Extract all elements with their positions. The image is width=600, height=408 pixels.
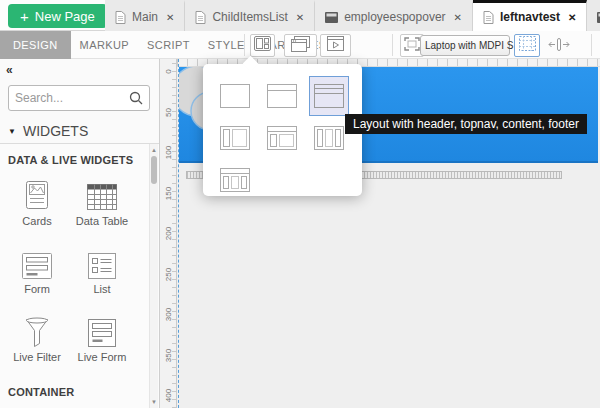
rulers-grid-icon — [519, 36, 536, 55]
widgets-sidebar: « ▼ WIDGETS DATA & LIVE WIDGETS Cards — [0, 59, 160, 408]
layouts-button[interactable] — [250, 34, 275, 57]
layout-blank-icon — [220, 84, 250, 108]
ruler-label: 250 — [164, 267, 173, 283]
list-icon — [70, 244, 134, 280]
ruler-label: 300 — [164, 307, 173, 323]
layout-header-leftnav-icon — [267, 126, 297, 150]
ruler-label: 200 — [164, 226, 173, 242]
close-icon[interactable]: ✕ — [568, 12, 576, 23]
toolbar-divider — [591, 34, 592, 56]
tab-label: leftnavtest — [500, 10, 560, 24]
plus-icon: + — [20, 9, 29, 24]
widget-item-form[interactable]: Form — [5, 244, 69, 295]
layout-options-grid — [215, 76, 349, 200]
tab-topnav[interactable]: topnav ✕ — [587, 0, 600, 31]
tab-main[interactable]: Main ✕ — [105, 0, 185, 31]
rulers-toggle-button[interactable] — [514, 34, 540, 57]
layout-option-leftnav-content[interactable] — [215, 118, 255, 158]
layout-option-header-topnav-content-footer[interactable] — [309, 76, 349, 116]
layout-tooltip: Layout with header, topnav, content, foo… — [345, 114, 587, 134]
pages-icon — [291, 36, 310, 56]
ruler-label: 0 — [164, 64, 173, 80]
widget-panel: DATA & LIVE WIDGETS Cards Data Table F — [0, 143, 159, 408]
page-icon — [195, 11, 206, 24]
ruler-label: 150 — [164, 186, 173, 202]
toolbar-divider — [244, 34, 245, 56]
data-table-icon — [70, 176, 134, 212]
chevron-down-icon: ▼ — [8, 127, 16, 136]
resize-width-handle[interactable] — [546, 34, 572, 57]
widget-item-live-filter[interactable]: Live Filter — [5, 312, 69, 363]
layout-header-leftnav-rightnav-icon — [220, 168, 250, 192]
widgets-section-toggle[interactable]: ▼ WIDGETS — [8, 123, 88, 139]
device-selector[interactable]: Laptop with MDPI S ▼ — [420, 35, 510, 56]
ruler-label: 400 — [164, 388, 173, 404]
template-icon — [325, 12, 338, 23]
layout-leftnav-icon — [220, 126, 250, 150]
widget-item-list[interactable]: List — [70, 244, 134, 295]
widget-search — [8, 85, 150, 111]
layouts-icon — [254, 36, 271, 55]
widget-panel-scrollbar[interactable]: ▲ ▼ — [149, 144, 158, 408]
new-page-button[interactable]: + New Page — [8, 4, 107, 28]
close-icon[interactable]: ✕ — [454, 12, 462, 23]
layout-option-header-leftnav-content-rightnav[interactable] — [215, 160, 255, 200]
tab-leftnavtest[interactable]: leftnavtest ✕ — [473, 0, 587, 31]
layout-option-header-leftnav-content[interactable] — [262, 118, 302, 158]
tab-design[interactable]: DESIGN — [0, 31, 71, 59]
tab-label: employeespopover — [344, 10, 445, 24]
collapse-sidebar-icon[interactable]: « — [6, 63, 11, 77]
tab-employeespopover[interactable]: employeespopover ✕ — [315, 0, 473, 31]
layout-header-topnav-icon — [314, 84, 344, 108]
close-icon[interactable]: ✕ — [166, 12, 174, 23]
scroll-up-icon[interactable]: ▲ — [150, 147, 158, 153]
widget-label: Form — [5, 283, 69, 295]
preview-button[interactable] — [320, 34, 351, 57]
section-title-data-live-widgets: DATA & LIVE WIDGETS — [8, 154, 133, 166]
scrollbar-thumb[interactable] — [151, 156, 157, 184]
widget-item-cards[interactable]: Cards — [5, 176, 69, 227]
cards-icon — [5, 176, 69, 212]
widget-label: Live Filter — [5, 351, 69, 363]
live-form-icon — [70, 312, 134, 348]
page-tabs: Main ✕ ChildItemsList ✕ employeespopover… — [105, 0, 600, 31]
widget-item-live-form[interactable]: Live Form — [70, 312, 134, 363]
app-window: + New Page Main ✕ ChildItemsList ✕ — [0, 0, 600, 408]
form-icon — [5, 244, 69, 280]
tab-style[interactable]: STYLE — [199, 31, 254, 59]
page-icon — [115, 11, 126, 24]
tab-label: Main — [132, 10, 158, 24]
scroll-down-icon[interactable]: ▼ — [150, 399, 158, 405]
preview-icon — [327, 36, 344, 55]
page-tab-bar: + New Page Main ✕ ChildItemsList ✕ — [0, 0, 600, 31]
ruler-label: 50 — [164, 105, 173, 121]
close-icon[interactable]: ✕ — [296, 12, 304, 23]
layout-option-header-content[interactable] — [262, 76, 302, 116]
ruler-label: 100 — [164, 145, 173, 161]
vertical-ruler: 0 50 100 150 200 250 300 350 400 — [160, 59, 177, 408]
search-input[interactable] — [9, 91, 129, 105]
tab-script[interactable]: SCRIPT — [138, 31, 199, 59]
widget-label: List — [70, 283, 134, 295]
widget-label: Data Table — [70, 215, 134, 227]
page-icon — [483, 11, 494, 24]
tab-markup[interactable]: MARKUP — [71, 31, 138, 59]
search-icon — [129, 91, 143, 105]
pages-button[interactable] — [284, 34, 317, 57]
widget-label: Cards — [5, 215, 69, 227]
widget-item-data-table[interactable]: Data Table — [70, 176, 134, 227]
live-filter-icon — [5, 312, 69, 348]
layout-option-blank[interactable] — [215, 76, 255, 116]
layout-leftnav-rightnav-icon — [314, 126, 344, 150]
layouts-popover — [203, 64, 362, 196]
tab-label: ChildItemsList — [212, 10, 287, 24]
horizontal-resize-icon — [548, 37, 570, 55]
new-page-label: New Page — [35, 9, 95, 24]
layout-option-leftnav-content-rightnav[interactable] — [309, 118, 349, 158]
layout-header-icon — [267, 84, 297, 108]
fit-screen-icon — [404, 37, 420, 55]
device-selector-value: Laptop with MDPI S — [425, 40, 513, 51]
tab-childitemslist[interactable]: ChildItemsList ✕ — [185, 0, 315, 31]
widgets-section-label: WIDGETS — [23, 123, 88, 139]
editor-toolbar: DESIGN MARKUP SCRIPT STYLE VARIABLES — [0, 31, 600, 59]
